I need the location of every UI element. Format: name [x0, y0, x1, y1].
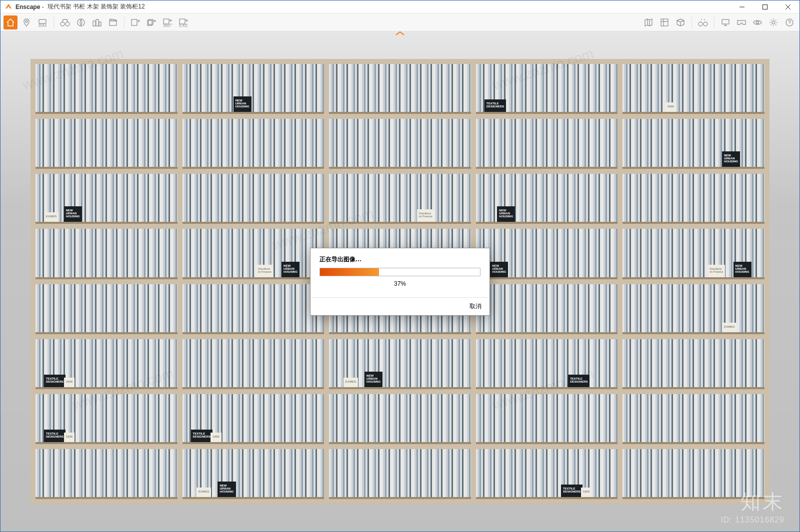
shelf-cell: [622, 394, 764, 444]
shelf-cell: TEXTILE DESIGNERS1000: [182, 394, 324, 444]
shelf-cell: NEW URBAN HOUSING: [476, 174, 618, 224]
book-spine-label: EAMES: [722, 323, 736, 332]
shelf-cell: [329, 119, 471, 169]
book-spine-label: NEW URBAN HOUSING: [490, 262, 508, 277]
app-name: Enscape: [16, 3, 40, 10]
map-icon[interactable]: [642, 15, 656, 29]
asset-library-icon[interactable]: [658, 15, 672, 29]
svg-point-4: [26, 20, 28, 22]
book-spine-label: 1000: [64, 378, 74, 387]
cancel-button[interactable]: 取消: [468, 300, 482, 313]
gear-icon[interactable]: [766, 15, 780, 29]
shelf-cell: EAMESNEW URBAN HOUSING: [182, 449, 324, 499]
book-spine-label: TEXTILE DESIGNERS: [191, 430, 212, 442]
shelf-cell: EAMES: [622, 284, 764, 334]
book-spine-label: Gardens in France: [417, 209, 434, 222]
app-window: Enscape - 现代书架 书柜 木架 装饰架 装饰柜12 BIM 360°: [0, 0, 800, 532]
cube-icon[interactable]: [674, 15, 688, 29]
shelf-cell: EAMESNEW URBAN HOUSING: [329, 339, 471, 389]
main-toolbar: BIM 360° EXE: [0, 13, 800, 31]
binoculars-icon[interactable]: [58, 15, 72, 29]
shelf-cell: NEW URBAN HOUSING: [476, 229, 618, 279]
shelf-cell: [476, 284, 618, 334]
book-spine-label: NEW URBAN HOUSING: [497, 206, 515, 222]
svg-rect-1: [763, 4, 768, 9]
svg-point-19: [698, 22, 702, 26]
shelf-cell: [36, 119, 178, 169]
window-controls: [730, 0, 800, 13]
shelf-cell: TEXTILE DESIGNERS: [476, 339, 618, 389]
book-spine-label: NEW URBAN HOUSING: [364, 372, 382, 387]
svg-rect-12: [110, 21, 116, 25]
shelf-cell: Gardens in France: [329, 174, 471, 224]
compass-icon[interactable]: [74, 15, 88, 29]
book-spine-label: NEW URBAN HOUSING: [734, 262, 752, 277]
shelf-cell: [36, 64, 178, 114]
svg-rect-10: [96, 19, 98, 26]
shelf-cell: [329, 394, 471, 444]
buildings-icon[interactable]: [90, 15, 104, 29]
svg-rect-11: [99, 22, 101, 26]
book-spine-label: TEXTILE DESIGNERS: [568, 375, 590, 387]
panel-handle-icon[interactable]: [395, 31, 405, 36]
book-spine-label: 1000: [665, 102, 676, 112]
shelf-cell: [329, 449, 471, 499]
binoculars-settings-icon[interactable]: [696, 15, 710, 29]
render-viewport[interactable]: NEW URBAN HOUSINGTEXTILE DESIGNERS1000NE…: [0, 31, 800, 532]
title-bar: Enscape - 现代书架 书柜 木架 装饰架 装饰柜12: [0, 0, 800, 13]
export-progress-dialog: 正在导出图像… 37% 取消: [310, 248, 490, 316]
shelf-cell: [182, 174, 324, 224]
clapboard-icon[interactable]: [106, 15, 120, 29]
book-spine-label: NEW URBAN HOUSING: [282, 262, 300, 277]
shelf-cell: [476, 394, 618, 444]
svg-point-23: [772, 21, 775, 24]
export-exe-icon[interactable]: EXE: [176, 17, 190, 28]
book-spine-label: NEW URBAN HOUSING: [218, 482, 236, 497]
book-spine-label: EAMES: [196, 488, 211, 497]
watermark-brand: 知末 ID: 1135016829: [720, 488, 784, 525]
book-spine-label: TEXTILE DESIGNERS: [44, 375, 66, 387]
book-spine-label: EAMES: [344, 378, 358, 387]
shelf-cell: [36, 229, 178, 279]
shelf-cell: NEW URBAN HOUSING: [622, 119, 764, 169]
shelf-cell: [622, 174, 764, 224]
progress-fill: [320, 268, 379, 276]
book-spine-label: NEW URBAN HOUSING: [234, 96, 252, 112]
book-spine-label: EAMES: [44, 212, 58, 222]
export-view-icon[interactable]: [128, 15, 142, 29]
shelf-cell: TEXTILE DESIGNERS1000: [36, 339, 178, 389]
book-spine-label: Gardens in France: [708, 265, 726, 277]
close-button[interactable]: [776, 0, 800, 13]
vr-headset-icon[interactable]: [734, 15, 748, 29]
shelf-cell: [182, 284, 324, 334]
shelf-cell: EAMESNEW URBAN HOUSING: [36, 174, 178, 224]
progress-percent: 37%: [320, 280, 480, 287]
progress-bar: [320, 268, 480, 276]
shelf-cell: [622, 339, 764, 389]
shelf-cell: [182, 119, 324, 169]
svg-rect-18: [661, 19, 668, 26]
shelf-cell: Gardens in FranceNEW URBAN HOUSING: [622, 229, 764, 279]
book-spine-label: TEXTILE DESIGNERS: [484, 99, 506, 112]
shelf-cell: [36, 449, 178, 499]
shelf-cell: TEXTILE DESIGNERS: [476, 64, 618, 114]
svg-rect-9: [93, 21, 96, 26]
svg-point-6: [60, 22, 64, 26]
book-spine-label: Gardens in France: [256, 265, 274, 277]
svg-point-22: [756, 21, 759, 23]
maximize-button[interactable]: [754, 0, 776, 13]
export-360-icon[interactable]: 360°: [160, 17, 174, 28]
eye-icon[interactable]: [750, 15, 764, 29]
minimize-button[interactable]: [730, 0, 754, 13]
book-spine-label: NEW URBAN HOUSING: [722, 151, 740, 167]
help-icon[interactable]: [782, 15, 796, 29]
home-icon[interactable]: [4, 15, 18, 29]
monitor-icon[interactable]: [718, 15, 732, 29]
export-batch-icon[interactable]: [144, 15, 158, 29]
dialog-title: 正在导出图像…: [320, 255, 480, 264]
svg-rect-21: [722, 19, 729, 24]
shelf-cell: TEXTILE DESIGNERS1000: [36, 394, 178, 444]
location-pin-icon[interactable]: [20, 15, 34, 29]
shelf-cell: NEW URBAN HOUSING: [182, 64, 324, 114]
bim-icon[interactable]: BIM: [36, 17, 50, 28]
